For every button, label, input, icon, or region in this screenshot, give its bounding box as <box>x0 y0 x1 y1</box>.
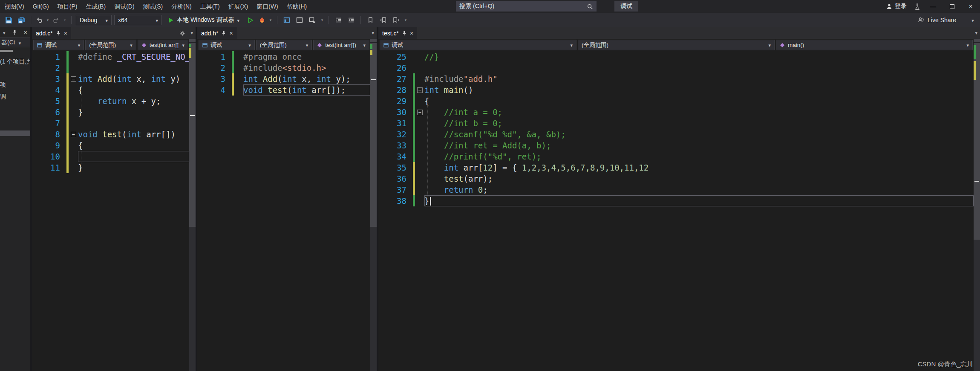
project-dropdown[interactable]: 调试 <box>33 40 84 50</box>
code-text[interactable]: { <box>78 140 189 151</box>
pin-icon[interactable] <box>12 30 17 35</box>
scope-dropdown[interactable]: (全局范围) <box>256 40 312 50</box>
line-number[interactable]: 9 <box>32 140 65 151</box>
line-number[interactable]: 2 <box>32 62 65 73</box>
horizontal-scrollbar-thumb[interactable] <box>0 130 30 136</box>
code-line[interactable]: 32 //scanf("%d %d", &a, &b); <box>378 129 974 140</box>
code-line[interactable]: 31 //int b = 0; <box>378 118 974 129</box>
chevron-down-icon[interactable] <box>268 18 273 22</box>
solution-window-icon[interactable] <box>282 14 292 26</box>
minimize-button[interactable]: — <box>924 0 943 13</box>
line-number[interactable]: 30 <box>378 107 412 118</box>
code-line[interactable]: 4{ <box>32 84 189 96</box>
code-text[interactable]: } <box>78 162 189 173</box>
line-number[interactable]: 29 <box>378 96 412 107</box>
toggle-bookmark-icon[interactable] <box>365 14 375 26</box>
code-text[interactable] <box>78 151 189 162</box>
solution-search-input[interactable]: 器(Ct <box>0 38 30 47</box>
code-text[interactable]: //int a = 0; <box>424 107 974 118</box>
code-text[interactable]: return 0; <box>424 184 974 195</box>
menu-item[interactable]: 调试(D) <box>110 0 138 13</box>
member-dropdown[interactable]: test(int arr[]) <box>138 40 188 50</box>
scrollbar-thumb[interactable] <box>370 43 377 227</box>
sign-in-button[interactable]: 登录 <box>882 3 911 10</box>
line-number[interactable]: 36 <box>378 173 412 184</box>
configuration-dropdown[interactable]: Debug <box>76 15 112 25</box>
code-text[interactable]: } <box>78 107 189 118</box>
line-number[interactable]: 27 <box>378 73 412 84</box>
menu-item[interactable]: 项目(P) <box>53 0 82 13</box>
code-text[interactable]: //printf("%d", ret); <box>424 151 974 162</box>
member-dropdown[interactable]: test(int arr[]) <box>313 40 369 50</box>
code-text[interactable]: int arr[12] = { 1,2,3,4,5,6,7,8,9,10,11,… <box>424 162 974 173</box>
menu-item[interactable]: 分析(N) <box>167 0 196 13</box>
close-icon[interactable]: × <box>410 30 413 36</box>
menu-item[interactable]: Git(G) <box>29 0 53 13</box>
vertical-scrollbar[interactable] <box>189 39 196 371</box>
close-icon[interactable]: × <box>64 30 67 36</box>
chevron-down-icon[interactable] <box>404 18 408 22</box>
code-text[interactable]: void test(int arr[]); <box>243 84 370 96</box>
code-line[interactable]: 5 return x + y; <box>32 96 189 107</box>
code-text[interactable]: #pragma once <box>243 51 370 62</box>
pin-icon[interactable] <box>56 31 61 36</box>
code-text[interactable]: void test(int arr[]) <box>78 129 189 140</box>
project-dropdown[interactable]: 调试 <box>380 40 576 50</box>
save-all-icon[interactable] <box>16 14 26 26</box>
line-number[interactable]: 2 <box>197 62 231 73</box>
code-text[interactable]: test(arr); <box>424 173 974 184</box>
code-line[interactable]: 7 <box>32 118 189 129</box>
line-number[interactable]: 11 <box>32 162 65 173</box>
pin-icon[interactable] <box>222 31 226 36</box>
line-number[interactable]: 37 <box>378 184 412 195</box>
indent-increase-icon[interactable] <box>346 14 356 26</box>
code-line[interactable]: 1#define _CRT_SECURE_NO_WARNINGS <box>32 51 189 62</box>
code-line[interactable]: 2#include<stdio.h> <box>197 62 370 73</box>
chevron-down-icon[interactable] <box>46 18 50 22</box>
tab-overflow-icon[interactable] <box>369 27 377 39</box>
line-number[interactable]: 32 <box>378 129 412 140</box>
tab-add-h[interactable]: add.h* × <box>197 27 237 39</box>
collapse-icon[interactable] <box>71 76 76 82</box>
code-line[interactable]: 4void test(int arr[]); <box>197 84 370 96</box>
line-number[interactable]: 34 <box>378 151 412 162</box>
code-line[interactable]: 30 //int a = 0; <box>378 107 974 118</box>
code-line[interactable]: 29{ <box>378 96 974 107</box>
undo-icon[interactable] <box>35 14 43 26</box>
code-line[interactable]: 27#include"add.h" <box>378 73 974 84</box>
project-dropdown[interactable]: 调试 <box>199 40 255 50</box>
split-grip[interactable] <box>974 39 980 43</box>
code-text[interactable]: #include<stdio.h> <box>243 62 370 73</box>
code-line[interactable]: 36 test(arr); <box>378 173 974 184</box>
code-line[interactable]: 26 <box>378 62 974 73</box>
tree-item[interactable]: 项 <box>0 81 30 89</box>
menu-item[interactable]: 测试(S) <box>139 0 167 13</box>
collapse-icon[interactable] <box>417 110 423 115</box>
line-number[interactable]: 35 <box>378 162 412 173</box>
code-text[interactable]: #include"add.h" <box>424 73 974 84</box>
code-text[interactable] <box>78 118 189 129</box>
code-line[interactable]: 33 //int ret = Add(a, b); <box>378 140 974 151</box>
tab-overflow-icon[interactable] <box>972 27 980 39</box>
previous-bookmark-icon[interactable] <box>378 14 388 26</box>
menu-item[interactable]: 扩展(X) <box>224 0 253 13</box>
line-number[interactable]: 38 <box>378 195 412 206</box>
code-text[interactable]: //} <box>424 51 974 62</box>
scope-dropdown[interactable]: (全局范围) <box>85 40 136 50</box>
split-grip[interactable] <box>370 39 377 43</box>
tab-add-c[interactable]: add.c* × <box>32 27 71 39</box>
code-text[interactable]: { <box>78 84 189 96</box>
code-text[interactable] <box>424 62 974 73</box>
code-text[interactable]: //int ret = Add(a, b); <box>424 140 974 151</box>
line-number[interactable]: 8 <box>32 129 65 140</box>
line-number[interactable]: 33 <box>378 140 412 151</box>
indent-decrease-icon[interactable] <box>333 14 343 26</box>
scrollbar-thumb[interactable] <box>189 43 196 227</box>
line-number[interactable]: 31 <box>378 118 412 129</box>
window-arrow-icon[interactable] <box>307 14 317 26</box>
menu-item[interactable]: 工具(T) <box>196 0 224 13</box>
code-text[interactable] <box>78 62 189 73</box>
code-text[interactable]: return x + y; <box>78 96 189 107</box>
tree-item[interactable]: 调 <box>0 93 30 101</box>
code-line[interactable]: 25//} <box>378 51 974 62</box>
